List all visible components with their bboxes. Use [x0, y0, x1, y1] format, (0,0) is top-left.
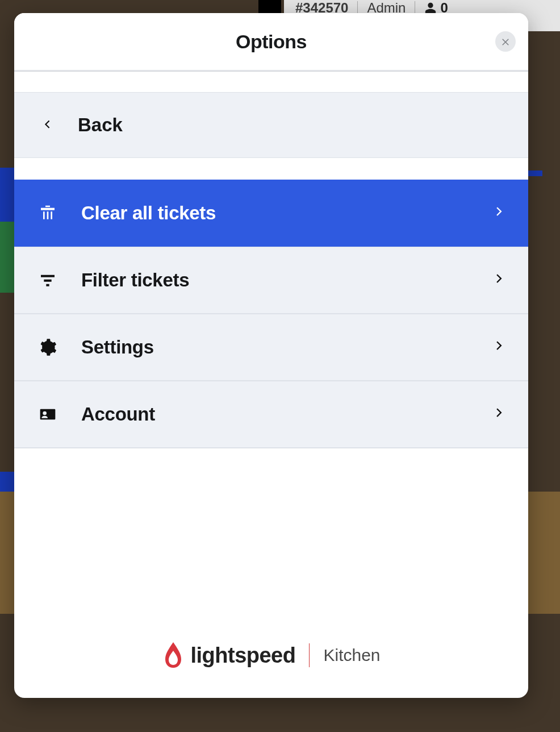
modal-spacer	[14, 531, 528, 613]
options-list: Clear all tickets Filter tickets Setting…	[14, 180, 528, 531]
option-filter-tickets[interactable]: Filter tickets	[14, 247, 528, 314]
option-label: Settings	[81, 336, 470, 358]
lightspeed-flame-icon	[162, 641, 185, 669]
close-icon	[500, 36, 511, 47]
brand-divider	[309, 643, 310, 667]
gap-1	[14, 72, 528, 92]
option-settings[interactable]: Settings	[14, 314, 528, 381]
gap-2	[14, 158, 528, 180]
modal-title: Options	[236, 31, 307, 53]
option-clear-all-tickets[interactable]: Clear all tickets	[14, 180, 528, 247]
option-label: Clear all tickets	[81, 202, 470, 224]
trash-icon	[37, 204, 58, 222]
back-label: Back	[78, 114, 123, 136]
lightspeed-brand: lightspeed Kitchen	[162, 641, 380, 669]
chevron-right-icon	[493, 404, 505, 425]
filter-icon	[37, 271, 58, 289]
option-label: Account	[81, 404, 470, 425]
chevron-left-icon	[41, 115, 53, 135]
close-button[interactable]	[495, 31, 516, 52]
gear-icon	[37, 338, 58, 356]
modal-footer: lightspeed Kitchen	[14, 613, 528, 698]
id-card-icon	[37, 405, 58, 423]
brand-subname: Kitchen	[323, 646, 380, 665]
chevron-right-icon	[493, 269, 505, 291]
brand-name: lightspeed	[190, 643, 295, 668]
modal-header: Options	[14, 13, 528, 71]
options-modal: Options Back Clear all tickets	[14, 13, 528, 698]
chevron-right-icon	[493, 336, 505, 358]
back-button[interactable]: Back	[14, 92, 528, 158]
option-label: Filter tickets	[81, 269, 470, 291]
option-account[interactable]: Account	[14, 381, 528, 448]
chevron-right-icon	[493, 202, 505, 224]
